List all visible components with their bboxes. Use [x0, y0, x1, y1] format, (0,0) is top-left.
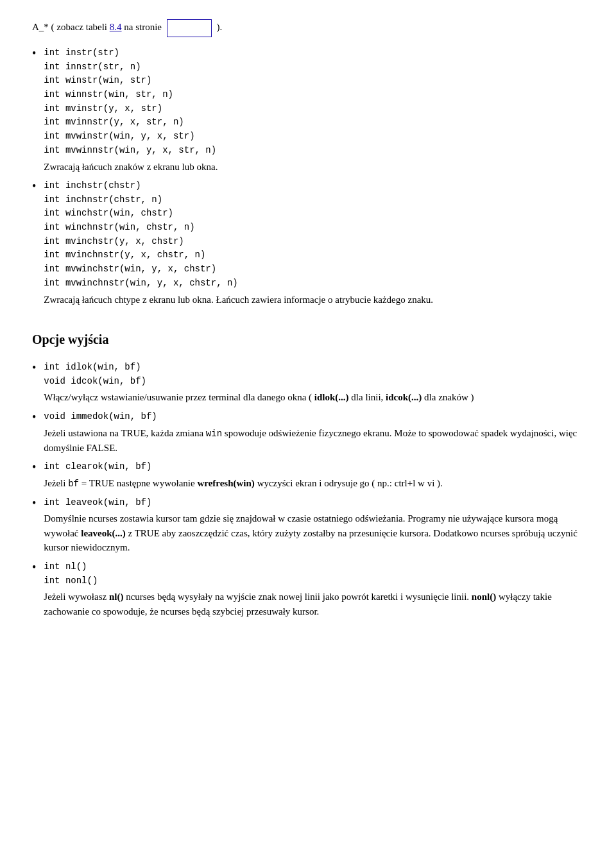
idlok-item: • int idlok(win, bf)void idcok(win, bf) …: [32, 361, 584, 405]
instr-content: int instr(str)int innstr(str, n)int wins…: [44, 46, 584, 174]
intro-text-before: A_* ( zobacz tabeli: [32, 22, 110, 32]
immedok-code-inline: win: [206, 429, 222, 439]
intro-text-middle: na stronie: [122, 22, 164, 32]
clearok-code: int clearok(win, bf): [44, 460, 584, 474]
nl-desc: Jeżeli wywołasz nl() ncurses będą wysyła…: [44, 590, 584, 619]
instr-group: • int instr(str)int innstr(str, n)int wi…: [32, 46, 584, 174]
bullet-dot-leaveok: •: [32, 495, 36, 512]
immedok-code: void immedok(win, bf): [44, 410, 584, 424]
nl-code: int nl()int nonl(): [44, 560, 584, 588]
bullet-dot-clearok: •: [32, 459, 36, 476]
bullet-dot-idlok: •: [32, 359, 36, 377]
options-section: • int idlok(win, bf)void idcok(win, bf) …: [32, 361, 584, 619]
inchstr-group: • int inchstr(chstr)int inchnstr(chstr, …: [32, 179, 584, 307]
bullet-dot-2: •: [32, 178, 36, 195]
leaveok-desc: Domyślnie ncurses zostawia kursor tam gd…: [44, 511, 584, 555]
idcok-bold: idcok(...): [386, 392, 422, 402]
bullet-dot-nl: •: [32, 559, 36, 576]
immedok-content: void immedok(win, bf) Jeżeli ustawiona n…: [44, 410, 584, 455]
idlok-content: int idlok(win, bf)void idcok(win, bf) Wł…: [44, 361, 584, 405]
intro-link[interactable]: 8.4: [110, 22, 122, 32]
immedok-desc: Jeżeli ustawiona na TRUE, każda zmiana w…: [44, 426, 584, 456]
instr-desc: Zwracają łańcuch znaków z ekranu lub okn…: [44, 160, 584, 175]
nonl-bold: nonl(): [472, 592, 496, 602]
idlok-bold: idlok(...): [314, 392, 349, 402]
page-ref-box: [167, 19, 212, 37]
clearok-content: int clearok(win, bf) Jeżeli bf = TRUE na…: [44, 460, 584, 491]
idlok-code: int idlok(win, bf)void idcok(win, bf): [44, 361, 584, 388]
nl-item: • int nl()int nonl() Jeżeli wywołasz nl(…: [32, 560, 584, 619]
immedok-item: • void immedok(win, bf) Jeżeli ustawiona…: [32, 410, 584, 455]
leaveok-code: int leaveok(win, bf): [44, 496, 584, 510]
idlok-desc: Włącz/wyłącz wstawianie/usuwanie przez t…: [44, 390, 584, 405]
leaveok-content: int leaveok(win, bf) Domyślnie ncurses z…: [44, 496, 584, 555]
clearok-item: • int clearok(win, bf) Jeżeli bf = TRUE …: [32, 460, 584, 491]
inchstr-content: int inchstr(chstr)int inchnstr(chstr, n)…: [44, 179, 584, 307]
section-heading: Opcje wyjścia: [32, 330, 584, 349]
wrefresh-bold: wrefresh(win): [197, 478, 254, 488]
leaveok-item: • int leaveok(win, bf) Domyślnie ncurses…: [32, 496, 584, 555]
instr-code: int instr(str)int innstr(str, n)int wins…: [44, 46, 584, 158]
bullet-dot: •: [32, 45, 36, 62]
nl-content: int nl()int nonl() Jeżeli wywołasz nl() …: [44, 560, 584, 619]
nl-bold: nl(): [109, 592, 124, 602]
clearok-desc: Jeżeli bf = TRUE następne wywołanie wref…: [44, 476, 584, 491]
leaveok-bold: leaveok(...): [81, 528, 126, 538]
intro-text-after: ).: [214, 22, 223, 32]
bullet-sections: • int instr(str)int innstr(str, n)int wi…: [32, 46, 584, 307]
inchstr-desc: Zwracają łańcuch chtype z ekranu lub okn…: [44, 293, 584, 307]
intro-line: A_* ( zobacz tabeli 8.4 na stronie ).: [32, 19, 584, 37]
inchstr-code: int inchstr(chstr)int inchnstr(chstr, n)…: [44, 179, 584, 291]
bullet-dot-immedok: •: [32, 409, 36, 426]
bf-code: bf: [68, 479, 79, 489]
